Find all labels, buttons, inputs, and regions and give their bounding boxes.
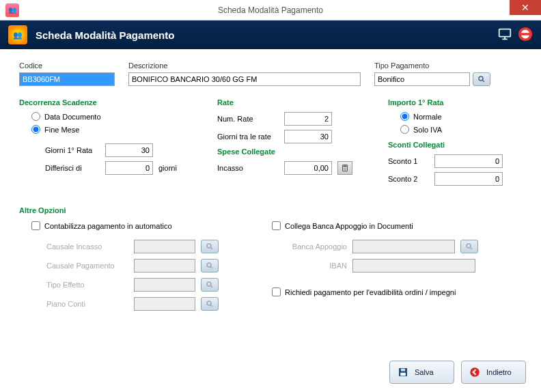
svg-point-2	[479, 76, 483, 81]
window-titlebar: 👥 Scheda Modalità Pagamento ✕	[0, 0, 541, 20]
causale-incasso-search-button[interactable]	[201, 240, 219, 253]
differisci-label: Differisci di	[45, 164, 100, 172]
tipo-effetto-input	[134, 278, 195, 292]
piano-conti-label: Piano Conti	[46, 300, 128, 308]
sconti-title: Sconti Collegati	[388, 141, 525, 149]
page-header: 👥 Scheda Modalità Pagamento	[0, 20, 541, 49]
svg-point-7	[346, 168, 346, 169]
sconto2-input[interactable]	[434, 172, 503, 186]
codice-label: Codice	[19, 61, 115, 70]
descrizione-label: Descrizione	[128, 61, 361, 70]
svg-point-11	[207, 244, 211, 248]
contabilizza-label: Contabilizza pagamento in automatico	[44, 222, 172, 230]
giorni-tra-rate-label: Giorni tra le rate	[217, 132, 279, 141]
svg-point-10	[346, 169, 346, 170]
differisci-input[interactable]	[105, 161, 153, 175]
altre-opzioni-title: Altre Opzioni	[19, 206, 522, 214]
decorrenza-title: Decorrenza Scadenze	[19, 98, 197, 107]
data-documento-label: Data Documento	[44, 113, 101, 121]
causale-pagamento-label: Causale Pagamento	[46, 262, 128, 270]
banca-appoggio-label: Banca Appoggio	[272, 242, 347, 251]
svg-point-8	[344, 169, 344, 170]
piano-conti-input	[134, 297, 195, 311]
calculator-button[interactable]	[337, 161, 352, 175]
solo-iva-label: Solo IVA	[413, 126, 442, 134]
svg-rect-4	[344, 166, 347, 167]
collega-banca-checkbox[interactable]	[272, 221, 281, 230]
rate-title: Rate	[217, 98, 367, 107]
monitor-icon[interactable]	[497, 27, 512, 43]
spese-title: Spese Collegate	[217, 148, 367, 156]
iban-label: IBAN	[272, 262, 347, 270]
giorni-suffix: giorni	[158, 164, 177, 172]
back-icon	[469, 366, 481, 378]
svg-point-5	[344, 168, 344, 169]
tipo-effetto-label: Tipo Effetto	[46, 281, 128, 289]
num-rate-label: Num. Rate	[217, 115, 279, 123]
giorni-prima-rata-input[interactable]	[105, 143, 153, 157]
tipo-pagamento-label: Tipo Pagamento	[374, 61, 490, 70]
svg-point-14	[207, 301, 211, 305]
iban-input	[352, 259, 475, 272]
normale-label: Normale	[413, 113, 442, 121]
sconto1-input[interactable]	[434, 154, 503, 168]
num-rate-input[interactable]	[284, 112, 332, 126]
contabilizza-checkbox[interactable]	[31, 221, 40, 230]
giorni-prima-rata-label: Giorni 1° Rata	[45, 146, 100, 154]
data-documento-radio[interactable]	[31, 112, 40, 121]
page-title: Scheda Modalità Pagamento	[36, 29, 497, 41]
incasso-label: Incasso	[217, 164, 279, 172]
indietro-button[interactable]: Indietro	[461, 361, 526, 384]
normale-radio[interactable]	[400, 112, 409, 121]
causale-pagamento-input	[134, 259, 195, 272]
tipo-pagamento-search-button[interactable]	[473, 72, 490, 86]
causale-incasso-input	[134, 240, 195, 253]
svg-point-12	[207, 263, 211, 267]
svg-point-9	[345, 169, 346, 170]
svg-rect-0	[499, 29, 511, 37]
causale-incasso-label: Causale Incasso	[46, 242, 128, 251]
richiedi-pagamento-checkbox[interactable]	[272, 288, 281, 296]
giorni-tra-rate-input[interactable]	[284, 130, 332, 143]
fine-mese-radio[interactable]	[31, 125, 40, 134]
app-icon: 👥	[5, 3, 19, 17]
sconto1-label: Sconto 1	[388, 157, 429, 165]
svg-rect-18	[401, 369, 405, 372]
importo-title: Importo 1° Rata	[388, 98, 525, 107]
tipo-pagamento-input[interactable]	[374, 72, 470, 86]
collega-banca-label: Collega Banca Appoggio in Documenti	[285, 222, 413, 230]
close-button[interactable]: ✕	[510, 0, 541, 15]
salva-button[interactable]: Salva	[389, 361, 454, 384]
svg-rect-17	[400, 373, 406, 376]
descrizione-input[interactable]	[128, 72, 361, 86]
svg-point-13	[207, 282, 211, 286]
banca-appoggio-search-button[interactable]	[460, 240, 478, 253]
richiedi-pagamento-label: Richiedi pagamento per l'evadibilità ord…	[285, 288, 456, 296]
salva-label: Salva	[415, 368, 434, 376]
tipo-effetto-search-button[interactable]	[201, 278, 219, 292]
causale-pagamento-search-button[interactable]	[201, 259, 219, 272]
banca-appoggio-input	[352, 240, 455, 253]
svg-point-15	[467, 244, 471, 248]
svg-point-19	[470, 367, 480, 377]
piano-conti-search-button[interactable]	[201, 297, 219, 311]
help-icon[interactable]	[518, 27, 533, 43]
fine-mese-label: Fine Mese	[44, 126, 79, 134]
indietro-label: Indietro	[486, 368, 512, 376]
incasso-input[interactable]	[284, 161, 332, 175]
save-icon	[397, 366, 409, 378]
svg-point-6	[345, 168, 346, 169]
header-icon: 👥	[8, 25, 27, 44]
window-title: Scheda Modalità Pagamento	[218, 5, 323, 15]
solo-iva-radio[interactable]	[400, 125, 409, 134]
codice-input[interactable]	[19, 72, 115, 86]
sconto2-label: Sconto 2	[388, 175, 429, 183]
